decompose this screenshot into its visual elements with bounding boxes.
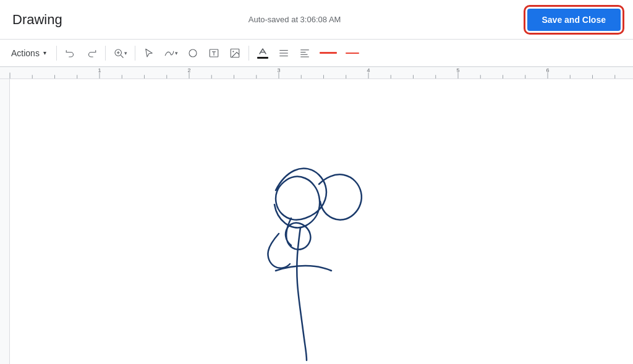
select-button[interactable]: [139, 43, 159, 63]
pen-color-button[interactable]: [253, 43, 273, 63]
textbox-button[interactable]: [204, 43, 224, 63]
align-button[interactable]: [274, 43, 294, 63]
image-icon: [229, 48, 240, 59]
redo-button[interactable]: [82, 43, 101, 63]
svg-point-9: [232, 51, 234, 52]
scribble-button[interactable]: ▾: [160, 43, 182, 63]
zoom-icon: [113, 48, 124, 59]
save-close-button[interactable]: Save and Close: [527, 9, 621, 31]
scribble-icon: [164, 48, 175, 59]
svg-point-4: [189, 49, 197, 57]
image-button[interactable]: [225, 43, 245, 63]
line-weight-icon: [346, 53, 359, 54]
distribute-icon: [299, 48, 310, 59]
header: Drawing Auto-saved at 3:06:08 AM Save an…: [0, 0, 633, 40]
horizontal-ruler: [0, 67, 633, 79]
vertical-ruler: [0, 79, 10, 364]
line-color-icon: [320, 52, 337, 54]
redo-icon: [86, 48, 97, 59]
ruler-canvas: [0, 67, 633, 78]
chevron-down-icon: ▾: [43, 49, 46, 56]
actions-menu-button[interactable]: Actions ▾: [5, 43, 53, 63]
textbox-icon: [208, 48, 219, 59]
toolbar-divider-4: [249, 46, 249, 61]
zoom-chevron: ▾: [124, 50, 127, 56]
scribble-chevron: ▾: [175, 50, 178, 56]
align-icon: [278, 48, 289, 59]
toolbar-divider-2: [105, 46, 106, 61]
distribute-button[interactable]: [295, 43, 315, 63]
drawing-content: [10, 79, 633, 364]
canvas-area[interactable]: [0, 79, 633, 364]
shape-icon: [187, 48, 198, 59]
select-arrow-icon: [143, 48, 155, 59]
shape-button[interactable]: [183, 43, 203, 63]
app-title: Drawing: [12, 12, 62, 28]
undo-icon: [65, 48, 76, 59]
zoom-button[interactable]: ▾: [109, 43, 131, 63]
toolbar-divider-3: [135, 46, 135, 61]
undo-button[interactable]: [61, 43, 80, 63]
actions-label: Actions: [11, 48, 40, 58]
line-weight-button[interactable]: [342, 43, 363, 63]
pen-color-icon: [257, 48, 268, 59]
toolbar-divider-1: [56, 46, 57, 61]
line-color-button[interactable]: [316, 43, 341, 63]
autosave-status: Auto-saved at 3:06:08 AM: [62, 15, 527, 24]
svg-line-1: [121, 55, 123, 57]
toolbar: Actions ▾ ▾: [0, 40, 633, 67]
